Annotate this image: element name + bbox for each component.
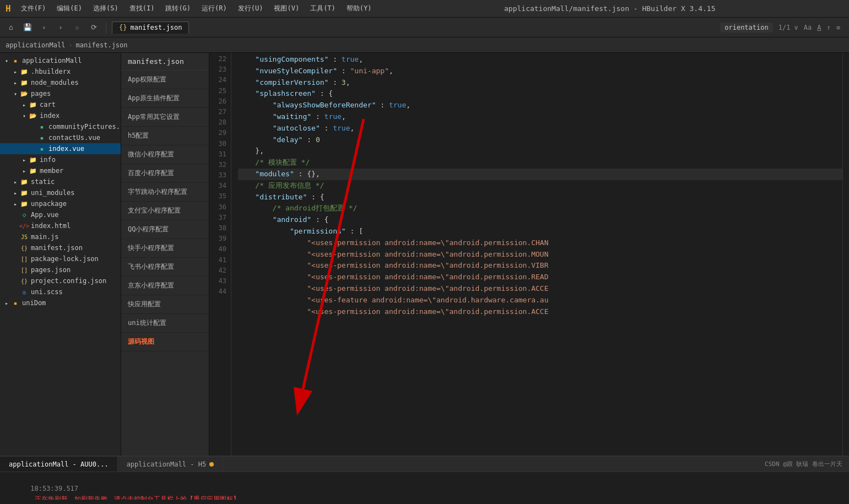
sidebar-item-static[interactable]: ▸ 📁 static — [0, 176, 121, 187]
sidebar-item-info[interactable]: ▸ 📁 info — [0, 154, 121, 165]
code-line-25: "splashscreen" : { — [238, 88, 842, 100]
config-item-alipay[interactable]: 支付宝小程序配置 — [121, 202, 209, 220]
bottom-tab-autuu[interactable]: applicationMall - AUU0... — [0, 457, 118, 472]
sidebar-item-contact-us[interactable]: ▪ contactUs.vue — [0, 132, 121, 143]
toolbar: ⌂ 💾 ‹ › ☆ ⟳ {} manifest.json orientation… — [0, 18, 849, 37]
code-line-35: /* android打包配置 */ — [238, 203, 842, 214]
css-icon: ◎ — [20, 288, 29, 296]
menu-view[interactable]: 视图(V) — [269, 3, 304, 14]
sidebar-item-cart[interactable]: ▸ 📁 cart — [0, 99, 121, 110]
bottom-tab-h5[interactable]: applicationMall - H5 — [118, 457, 224, 472]
sidebar-item-project-config-json[interactable]: {} project.config.json — [0, 275, 121, 286]
sidebar-label-applicationmall: applicationMall — [22, 57, 82, 64]
menu-file[interactable]: 文件(F) — [17, 3, 51, 14]
sidebar-item-index[interactable]: ▾ 📂 index — [0, 110, 121, 121]
tab-label: manifest.json — [130, 24, 182, 31]
config-item-wechat[interactable]: 微信小程序配置 — [121, 145, 209, 164]
tree-arrow: ▸ — [11, 179, 20, 185]
code-line-43: "<uses-feature android:name=\"android.ha… — [238, 295, 842, 306]
folder-icon: 📁 — [29, 166, 37, 175]
config-item-bytedance[interactable]: 字节跳动小程序配置 — [121, 183, 209, 202]
sidebar-item-uni-scss[interactable]: ◎ uni.scss — [0, 286, 121, 297]
menu-jump[interactable]: 跳转(G) — [161, 3, 195, 14]
sidebar-label-member: member — [40, 167, 63, 175]
sidebar-item-member[interactable]: ▸ 📁 member — [0, 165, 121, 176]
sidebar-label-index-html: index.html — [31, 222, 71, 230]
tree-arrow: ▸ — [11, 201, 20, 207]
menu-help[interactable]: 帮助(Y) — [342, 3, 376, 14]
sidebar-item-community-pictures[interactable]: ▪ communityPictures.vue — [0, 121, 121, 132]
tab-manifest-json[interactable]: {} manifest.json — [112, 21, 189, 34]
toolbar-home[interactable]: ⌂ — [4, 21, 18, 34]
menu-find[interactable]: 查找(I) — [125, 3, 159, 14]
config-item-qq[interactable]: QQ小程序配置 — [121, 220, 209, 239]
config-item-uni-stats[interactable]: uni统计配置 — [121, 314, 209, 333]
sidebar-item-unidom[interactable]: ▸ ▪ uniDom — [0, 297, 121, 308]
sidebar-item-uni-modules[interactable]: ▸ 📁 uni_modules — [0, 187, 121, 198]
config-item-feishu[interactable]: 飞书小程序配置 — [121, 258, 209, 277]
config-item-quick-app[interactable]: 快应用配置 — [121, 295, 209, 314]
toolbar-back[interactable]: ‹ — [37, 21, 51, 34]
json-icon: [] — [20, 265, 29, 274]
json-icon: {} — [20, 243, 29, 252]
code-line-33: /* 应用发布信息 */ — [238, 180, 842, 192]
tree-arrow: ▸ — [20, 157, 29, 163]
sidebar-label-cart: cart — [40, 101, 56, 109]
sidebar-item-main-js[interactable]: JS main.js — [0, 231, 121, 242]
menu-edit[interactable]: 编辑(E) — [52, 3, 86, 14]
menu-select[interactable]: 选择(S) — [89, 3, 123, 14]
tree-arrow: ▸ — [11, 69, 20, 75]
code-line-42: "<uses-permission android:name=\"android… — [238, 283, 842, 295]
sidebar-item-applicationmall[interactable]: ▾ ▪ applicationMall — [0, 55, 121, 66]
config-item-h5[interactable]: h5配置 — [121, 127, 209, 145]
code-line-38: "<uses-permission android:name=\"android… — [238, 237, 842, 249]
sidebar-item-index-html[interactable]: </> index.html — [0, 220, 121, 231]
breadcrumb-project[interactable]: applicationMall — [6, 41, 65, 49]
sidebar-label-static: static — [31, 178, 55, 186]
vue-icon: ▪ — [37, 122, 46, 131]
tab-area: {} manifest.json — [112, 21, 717, 34]
sidebar-item-manifest-json[interactable]: {} manifest.json — [0, 242, 121, 253]
sidebar-item-unpackage[interactable]: ▸ 📁 unpackage — [0, 198, 121, 209]
config-item-jd[interactable]: 京东小程序配置 — [121, 277, 209, 295]
config-item-source-view[interactable]: 源码视图 — [121, 333, 209, 351]
sidebar-item-index-vue[interactable]: ▪ index.vue — [0, 143, 121, 154]
breadcrumb-sep-1: › — [68, 41, 72, 49]
sidebar-item-package-lock-json[interactable]: [] package-lock.json — [0, 253, 121, 264]
config-item-kuaishou[interactable]: 快手小程序配置 — [121, 239, 209, 258]
menu-publish[interactable]: 发行(U) — [234, 3, 268, 14]
sidebar-label-package-lock-json: package-lock.json — [31, 255, 99, 263]
code-line-27: "waiting" : true, — [238, 111, 842, 123]
sidebar-item-hbuilderx[interactable]: ▸ 📁 .hbuilderx — [0, 66, 121, 77]
toolbar-forward[interactable]: › — [54, 21, 67, 34]
code-line-32: "modules" : {}, — [238, 169, 842, 180]
window-title: applicationMall/manifest.json - HBuilder… — [376, 4, 843, 13]
log-hot: 正在热刷新，如刷新失败，请点击控制台工具栏上的【重启应用图标】 — [30, 495, 239, 500]
config-item-app-other-settings[interactable]: App常用其它设置 — [121, 108, 209, 127]
sidebar-item-node-modules[interactable]: ▸ 📁 node_modules — [0, 77, 121, 88]
config-item-app-permissions[interactable]: App权限配置 — [121, 71, 209, 89]
console-line-1: 18:53:39.517 正在热刷新，如刷新失败，请点击控制台工具栏上的【重启应… — [7, 473, 842, 500]
toolbar-star[interactable]: ☆ — [71, 21, 84, 34]
menu-run[interactable]: 运行(R) — [197, 3, 231, 14]
config-item-app-native-plugins[interactable]: App原生插件配置 — [121, 89, 209, 108]
toolbar-history[interactable]: ⟳ — [87, 21, 100, 34]
code-line-23: "nvueStyleCompiler" : "uni-app", — [238, 66, 842, 77]
sidebar-item-pages[interactable]: ▾ 📂 pages — [0, 88, 121, 99]
code-line-34: "distribute" : { — [238, 192, 842, 203]
folder-icon: 📁 — [20, 177, 29, 186]
sidebar-label-unpackage: unpackage — [31, 200, 67, 208]
breadcrumb-file[interactable]: manifest.json — [76, 41, 128, 49]
config-item-baidu[interactable]: 百度小程序配置 — [121, 164, 209, 183]
code-line-44: "<uses-permission android:name=\"android… — [238, 306, 842, 318]
js-icon: JS — [20, 232, 29, 241]
bottom-tabs: applicationMall - AUU0... applicationMal… — [0, 457, 849, 472]
toolbar-save[interactable]: 💾 — [21, 21, 34, 34]
tree-arrow: ▸ — [20, 102, 29, 108]
folder-icon: 📁 — [29, 155, 37, 164]
sidebar-item-app-vue[interactable]: ◇ App.vue — [0, 209, 121, 220]
project-icon: ▪ — [11, 299, 20, 307]
sidebar-item-pages-json[interactable]: [] pages.json — [0, 264, 121, 275]
menu-tools[interactable]: 工具(T) — [306, 3, 340, 14]
sidebar-label-app-vue: App.vue — [31, 211, 59, 219]
